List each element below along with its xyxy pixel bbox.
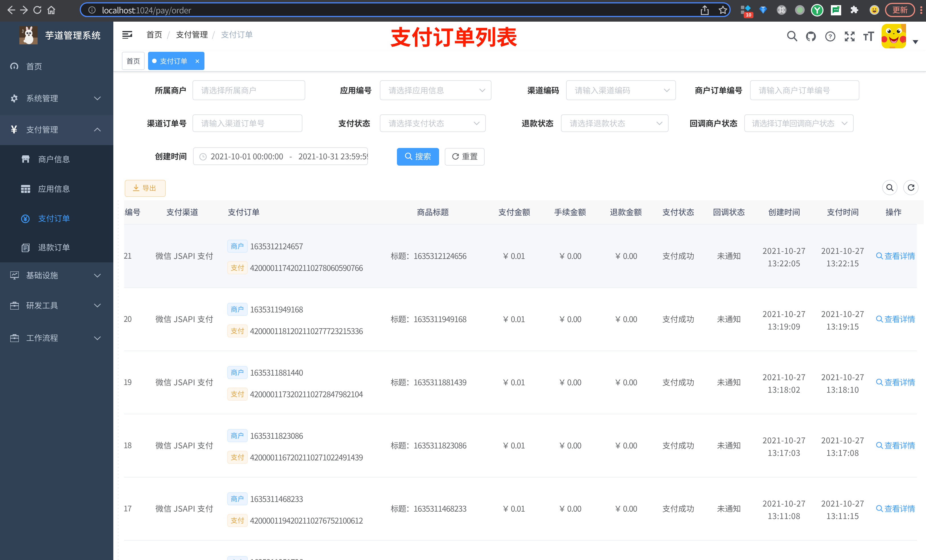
svg-text:?: ?	[828, 33, 832, 39]
